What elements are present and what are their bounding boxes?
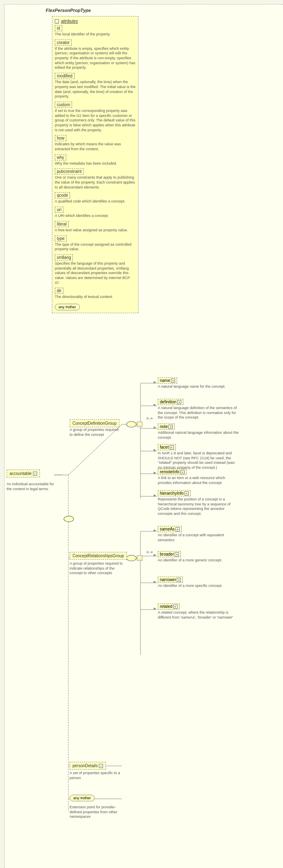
attributes-title: - attributes [55,19,136,23]
attr-name-id: id [55,25,62,31]
attr-name-creator: creator [55,40,72,46]
svg-marker-32 [154,426,156,429]
definition-plus-icon[interactable]: + [177,400,181,404]
note-plus-icon[interactable]: + [168,425,173,429]
attr-dir: dir The directionality of textual conten… [55,288,136,300]
attr-desc-how: Indicates by which means the value was e… [55,142,136,151]
person-details-desc: A set of properties specific to a person [70,771,123,780]
right-item-sameas: sameAs + An identifier of a concept with… [158,526,240,542]
svg-rect-22 [137,422,142,427]
person-details-box: personDetails + [70,762,106,770]
right-item-name: name + A natural language name for the c… [158,377,240,389]
sameas-plus-icon[interactable]: + [175,527,180,531]
attr-desc-modified: The date (and, optionally, the time) whe… [55,80,136,99]
any-other-bottom-label: any #other [73,796,91,800]
attr-desc-custom: If set to true the corresponding propert… [55,109,136,133]
right-item-narrower: narrower + An identifier of a more speci… [158,577,240,589]
accountable-label: accountable [9,471,32,476]
right-item-facet: facet + In NAR 1.8 and later, facet is d… [158,444,240,470]
attr-qcode: qcode A qualified code which identifies … [55,192,136,204]
right-item-remoteinfo: remoteInfo + A link to an item or a web … [158,469,240,485]
attr-how: how Indicates by which means the value w… [55,135,136,151]
attr-type: type The type of the concept assigned as… [55,235,136,252]
attr-name-dir: dir [55,288,63,294]
any-other-bottom-desc: Extension point for provider-defined pro… [70,805,123,819]
collapse-icon[interactable]: - [55,19,59,23]
svg-point-21 [126,421,136,427]
person-details-label: personDetails [73,763,98,768]
any-other-attr: any #other [55,304,80,310]
facet-plus-icon[interactable]: + [170,445,174,449]
concept-rel-group-label: ConceptRelationshipsGroup [73,554,124,558]
attr-desc-type: The type of the concept assigned as cont… [55,242,136,252]
svg-text:0..∞: 0..∞ [147,550,153,554]
svg-rect-26 [137,556,142,561]
svg-marker-35 [154,494,156,497]
attr-name-type: type [55,235,67,242]
connector-lines: ... 0..∞ ... 0..∞ [5,5,283,868]
accountable-plus-icon[interactable]: + [33,472,37,476]
attributes-box: - attributes id The local identifier of … [52,16,138,313]
svg-text:...: ... [138,556,141,560]
svg-marker-31 [154,404,156,406]
narrower-plus-icon[interactable]: + [177,578,181,582]
right-item-definition: definition + A natural language definiti… [158,399,240,420]
attr-xmllang: xmllang Specifies the language of this p… [55,254,136,285]
attr-desc-creator: If the attribute is empty, specifies whi… [55,47,136,70]
svg-marker-30 [154,381,156,384]
name-plus-icon[interactable]: + [171,379,175,383]
attr-name-qcode: qcode [55,192,70,198]
attr-name-how: how [55,135,66,141]
attr-modified: modified The date (and, optionally, the … [55,73,136,99]
concept-rel-group-box: ConceptRelationshipsGroup [70,552,127,560]
attr-desc-pubconstraint: One or many constraints that apply to pu… [55,175,136,190]
attr-name-pubconstraint: pubconstraint [55,168,84,175]
attr-creator: creator If the attribute is empty, speci… [55,40,136,70]
svg-marker-37 [154,554,156,556]
svg-text:...: ... [138,423,141,426]
concept-def-group-desc: A group of properties required to define… [70,428,125,437]
attr-desc-id: The local identifier of the property. [55,32,136,37]
remoteinfo-plus-icon[interactable]: + [180,470,185,474]
right-item-hierarchyinfo: hierarchyInfo + Represents the position … [158,490,240,517]
attr-desc-dir: The directionality of textual content. [55,295,136,300]
svg-marker-33 [154,449,156,451]
attr-desc-xmllang: Specifies the language of this property … [55,261,136,285]
attr-desc-uri: A URI which identifies a concept. [55,214,136,219]
concept-rel-group-desc: A group of properties required to indica… [70,561,125,576]
right-item-broader: broader + An identifier of a more generi… [158,551,240,563]
attr-custom: custom If set to true the corresponding … [55,102,136,133]
attr-pubconstraint: pubconstraint One or many constraints th… [55,168,136,190]
svg-marker-39 [154,607,156,610]
attr-id: id The local identifier of the property. [55,25,136,37]
attr-why: why Why the metadata has been included. [55,154,136,166]
right-item-note: note + Additional natural language infor… [158,424,240,440]
attr-name-modified: modified [55,73,75,79]
attr-name-uri: uri [55,207,63,213]
svg-marker-36 [154,529,156,532]
svg-point-29 [64,516,74,522]
broader-plus-icon[interactable]: + [175,552,179,556]
hierarchyinfo-plus-icon[interactable]: + [185,491,189,496]
accountable-box: accountable + [7,470,40,477]
main-container: FlexPersonPropType [4,4,283,868]
any-other-bottom-box: any #other [70,795,95,801]
attr-literal: literal A free-text value assigned as pr… [55,221,136,233]
right-item-related: related + A related concept, where the r… [158,603,240,620]
attr-uri: uri A URI which identifies a concept. [55,207,136,219]
svg-marker-38 [154,581,156,583]
attr-name-why: why [55,154,66,161]
attr-desc-literal: A free-text value assigned as property v… [55,228,136,233]
attr-desc-why: Why the metadata has been included. [55,161,136,166]
person-details-plus-icon[interactable]: + [99,764,103,768]
attr-desc-qcode: A qualified code which identifies a conc… [55,199,136,204]
related-plus-icon[interactable]: + [173,605,178,609]
page-title: FlexPersonPropType [46,8,91,13]
svg-text:0..∞: 0..∞ [147,417,153,420]
svg-point-25 [126,555,136,561]
svg-marker-34 [154,472,156,474]
attr-name-literal: literal [55,221,69,227]
concept-def-group-label: ConceptDefinitionGroup [73,421,117,426]
accountable-desc: An individual accountable for the conten… [7,482,56,491]
attr-name-custom: custom [55,102,72,108]
